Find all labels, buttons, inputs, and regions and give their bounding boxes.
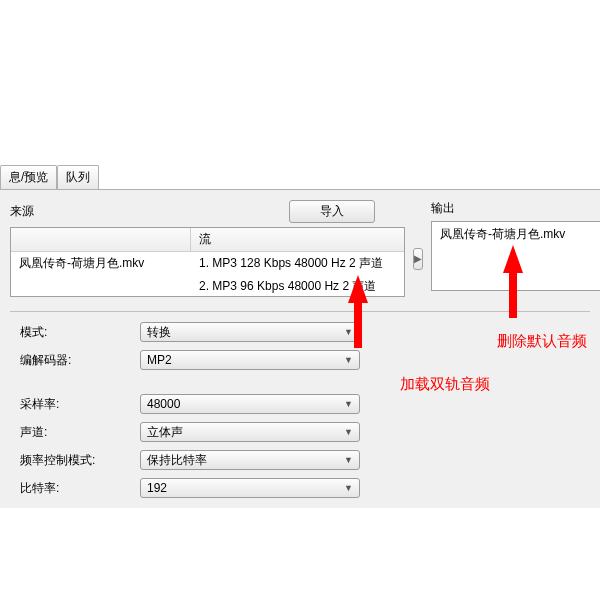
cell-filename: 凤凰传奇-荷塘月色.mkv bbox=[11, 252, 191, 275]
col-header-blank bbox=[11, 228, 191, 251]
ratemode-value: 保持比特率 bbox=[147, 452, 207, 469]
settings-form: 模式: 转换 ▼ 编解码器: MP2 ▼ 采样率: 48000 ▼ 声道: 立体… bbox=[20, 322, 590, 498]
blank-area bbox=[0, 0, 600, 165]
ratemode-label: 频率控制模式: bbox=[20, 452, 140, 469]
samplerate-value: 48000 bbox=[147, 397, 180, 411]
divider bbox=[10, 311, 590, 312]
transfer-right-button[interactable]: ▶ bbox=[413, 248, 423, 270]
output-item[interactable]: 凤凰传奇-荷塘月色.mkv bbox=[440, 226, 600, 243]
chevron-down-icon: ▼ bbox=[344, 455, 353, 465]
import-button[interactable]: 导入 bbox=[289, 200, 375, 223]
ratemode-select[interactable]: 保持比特率 ▼ bbox=[140, 450, 360, 470]
cell-filename-empty bbox=[11, 275, 191, 297]
bitrate-value: 192 bbox=[147, 481, 167, 495]
bitrate-label: 比特率: bbox=[20, 480, 140, 497]
mode-value: 转换 bbox=[147, 324, 171, 341]
col-header-stream: 流 bbox=[191, 228, 404, 251]
codec-label: 编解码器: bbox=[20, 352, 140, 369]
bitrate-select[interactable]: 192 ▼ bbox=[140, 478, 360, 498]
source-panel: 来源 导入 流 凤凰传奇-荷塘月色.mkv 1. MP3 128 Kbps 48… bbox=[10, 200, 405, 297]
mode-select[interactable]: 转换 ▼ bbox=[140, 322, 360, 342]
output-panel: 输出 凤凰传奇-荷塘月色.mkv bbox=[431, 200, 600, 291]
chevron-down-icon: ▼ bbox=[344, 483, 353, 493]
chevron-down-icon: ▼ bbox=[344, 427, 353, 437]
samplerate-label: 采样率: bbox=[20, 396, 140, 413]
content-area: 来源 导入 流 凤凰传奇-荷塘月色.mkv 1. MP3 128 Kbps 48… bbox=[0, 190, 600, 508]
source-title: 来源 bbox=[10, 203, 289, 220]
chevron-down-icon: ▼ bbox=[344, 327, 353, 337]
output-listbox[interactable]: 凤凰传奇-荷塘月色.mkv bbox=[431, 221, 600, 291]
chevron-down-icon: ▼ bbox=[344, 399, 353, 409]
tab-queue[interactable]: 队列 bbox=[57, 165, 99, 189]
channel-label: 声道: bbox=[20, 424, 140, 441]
channel-value: 立体声 bbox=[147, 424, 183, 441]
codec-value: MP2 bbox=[147, 353, 172, 367]
mode-label: 模式: bbox=[20, 324, 140, 341]
cell-stream: 1. MP3 128 Kbps 48000 Hz 2 声道 bbox=[191, 252, 404, 275]
list-item[interactable]: 2. MP3 96 Kbps 48000 Hz 2 声道 bbox=[11, 275, 404, 297]
samplerate-select[interactable]: 48000 ▼ bbox=[140, 394, 360, 414]
cell-stream: 2. MP3 96 Kbps 48000 Hz 2 声道 bbox=[191, 275, 404, 297]
list-item[interactable]: 凤凰传奇-荷塘月色.mkv 1. MP3 128 Kbps 48000 Hz 2… bbox=[11, 252, 404, 275]
tab-preview[interactable]: 息/预览 bbox=[0, 165, 57, 189]
output-title: 输出 bbox=[431, 200, 600, 217]
chevron-right-icon: ▶ bbox=[414, 253, 422, 264]
tab-bar: 息/预览 队列 bbox=[0, 165, 600, 190]
codec-select[interactable]: MP2 ▼ bbox=[140, 350, 360, 370]
listbox-header: 流 bbox=[11, 228, 404, 252]
channel-select[interactable]: 立体声 ▼ bbox=[140, 422, 360, 442]
source-listbox[interactable]: 流 凤凰传奇-荷塘月色.mkv 1. MP3 128 Kbps 48000 Hz… bbox=[10, 227, 405, 297]
chevron-down-icon: ▼ bbox=[344, 355, 353, 365]
